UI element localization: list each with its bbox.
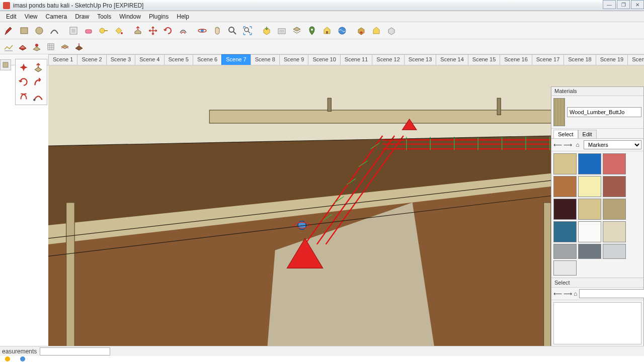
materials-tab-edit[interactable]: Edit bbox=[578, 130, 597, 138]
material-library-select[interactable]: Markers bbox=[584, 140, 641, 149]
plugin-rotate-icon[interactable] bbox=[17, 75, 31, 89]
warehouse-download-icon[interactable] bbox=[369, 24, 383, 38]
menu-edit[interactable]: Edit bbox=[2, 12, 21, 21]
layers-icon[interactable] bbox=[290, 24, 304, 38]
svg-rect-29 bbox=[209, 110, 585, 123]
paint-bucket-icon[interactable] bbox=[112, 24, 126, 38]
nav-home-icon[interactable]: ⌂ bbox=[574, 141, 582, 149]
material-swatch[interactable] bbox=[553, 260, 577, 276]
scene-tab[interactable]: Scene 6 bbox=[193, 54, 222, 65]
nav-back-icon[interactable]: ⟵ bbox=[553, 141, 561, 149]
warehouse-upload-icon[interactable] bbox=[354, 24, 368, 38]
zoom-tool-icon[interactable] bbox=[225, 24, 239, 38]
scene-tab[interactable]: Scene 14 bbox=[436, 54, 468, 65]
scene-tab[interactable]: Scene 15 bbox=[468, 54, 500, 65]
plugin-extrude-icon[interactable] bbox=[31, 60, 45, 74]
material-swatch[interactable] bbox=[553, 176, 577, 197]
scene-tab[interactable]: Scene 7 bbox=[221, 54, 251, 65]
menu-plugins[interactable]: Plugins bbox=[145, 12, 173, 21]
menu-tools[interactable]: Tools bbox=[93, 12, 115, 21]
nav-forward-icon-2[interactable]: ⟶ bbox=[564, 290, 572, 298]
material-swatch[interactable] bbox=[553, 199, 577, 220]
eraser-tool-icon[interactable] bbox=[82, 24, 96, 38]
measurements-input[interactable] bbox=[40, 347, 110, 355]
orbit-tool-icon[interactable] bbox=[195, 24, 209, 38]
make-component-icon[interactable] bbox=[66, 24, 80, 38]
sandbox-contours-icon[interactable] bbox=[2, 40, 15, 53]
scene-tab[interactable]: Scene 8 bbox=[251, 54, 280, 65]
plugin-twist-icon[interactable] bbox=[17, 89, 31, 104]
plugin-path-icon[interactable] bbox=[31, 89, 45, 104]
scene-tab[interactable]: Scene 1 bbox=[48, 54, 77, 65]
scene-tab[interactable]: Scene 11 bbox=[340, 54, 372, 65]
menu-camera[interactable]: Camera bbox=[41, 12, 71, 21]
geolocation-icon[interactable] bbox=[305, 24, 319, 38]
pencil-tool-icon[interactable] bbox=[2, 24, 16, 38]
offset-tool-icon[interactable] bbox=[176, 24, 190, 38]
material-swatch[interactable] bbox=[553, 153, 577, 174]
pan-tool-icon[interactable] bbox=[210, 24, 224, 38]
material-swatch[interactable] bbox=[578, 153, 601, 174]
arc-tool-icon[interactable] bbox=[47, 24, 61, 38]
material-swatch[interactable] bbox=[603, 199, 626, 220]
tape-measure-icon[interactable] bbox=[97, 24, 111, 38]
scene-tab[interactable]: Scene 10 bbox=[308, 54, 340, 65]
scene-tab[interactable]: Scene 4 bbox=[135, 54, 164, 65]
material-swatch[interactable] bbox=[578, 244, 601, 259]
zoom-extents-icon[interactable] bbox=[240, 24, 255, 38]
menu-help[interactable]: Help bbox=[173, 12, 193, 21]
scene-tab[interactable]: Scene 5 bbox=[164, 54, 193, 65]
share-model-icon[interactable] bbox=[275, 24, 289, 38]
material-swatch[interactable] bbox=[603, 153, 626, 174]
close-button[interactable]: ✕ bbox=[631, 0, 644, 9]
materials-inmodel-pane[interactable] bbox=[553, 302, 641, 344]
building-maker-icon[interactable] bbox=[320, 24, 334, 38]
sandbox-smoove-icon[interactable] bbox=[30, 40, 43, 53]
material-swatch[interactable] bbox=[578, 199, 601, 220]
export-icon[interactable] bbox=[384, 24, 398, 38]
circle-tool-icon[interactable] bbox=[32, 24, 46, 38]
minimize-button[interactable]: — bbox=[603, 0, 616, 9]
material-name-input[interactable] bbox=[567, 107, 641, 117]
maximize-button[interactable]: ❐ bbox=[617, 0, 630, 9]
rectangle-tool-icon[interactable] bbox=[17, 24, 31, 38]
material-secondary-input[interactable] bbox=[579, 289, 644, 298]
scene-tab[interactable]: Scene 16 bbox=[500, 54, 532, 65]
plugin-explode-icon[interactable] bbox=[17, 60, 31, 74]
material-swatch[interactable] bbox=[603, 221, 626, 242]
scene-tab[interactable]: Scene 9 bbox=[279, 54, 308, 65]
toolbar-grip-icon[interactable] bbox=[0, 59, 11, 70]
material-swatch[interactable] bbox=[603, 176, 626, 197]
google-earth-icon[interactable] bbox=[335, 24, 349, 38]
move-tool-icon[interactable] bbox=[146, 24, 160, 38]
rotate-tool-icon[interactable] bbox=[161, 24, 175, 38]
nav-back-icon-2[interactable]: ⟵ bbox=[553, 290, 561, 298]
scene-tab[interactable]: Scene 12 bbox=[372, 54, 404, 65]
material-preview[interactable] bbox=[553, 98, 565, 126]
scene-tab[interactable]: Scene 20 bbox=[627, 54, 644, 65]
material-swatch[interactable] bbox=[603, 244, 626, 259]
material-swatch[interactable] bbox=[578, 176, 601, 197]
material-swatch[interactable] bbox=[553, 221, 577, 242]
plugin-bend-icon[interactable] bbox=[31, 75, 45, 89]
menu-draw[interactable]: Draw bbox=[71, 12, 93, 21]
sandbox-drape-icon[interactable] bbox=[58, 40, 71, 53]
pushpull-tool-icon[interactable] bbox=[131, 24, 145, 38]
sandbox-flip-icon[interactable] bbox=[72, 40, 86, 53]
scene-tab[interactable]: Scene 17 bbox=[532, 54, 564, 65]
menu-window[interactable]: Window bbox=[115, 12, 145, 21]
scene-tab[interactable]: Scene 18 bbox=[564, 54, 596, 65]
scene-tab[interactable]: Scene 3 bbox=[106, 54, 135, 65]
sandbox-scratch-icon[interactable] bbox=[16, 40, 29, 53]
menu-view[interactable]: View bbox=[21, 12, 42, 21]
scene-tab[interactable]: Scene 2 bbox=[77, 54, 106, 65]
nav-home-icon-2[interactable]: ⌂ bbox=[574, 290, 577, 298]
nav-forward-icon[interactable]: ⟶ bbox=[564, 141, 572, 149]
scene-tab[interactable]: Scene 19 bbox=[596, 54, 628, 65]
scene-tab[interactable]: Scene 13 bbox=[404, 54, 436, 65]
get-models-icon[interactable] bbox=[260, 24, 274, 38]
material-swatch[interactable] bbox=[553, 244, 577, 259]
materials-tab-select[interactable]: Select bbox=[553, 130, 578, 138]
sandbox-stamp-icon[interactable] bbox=[44, 40, 57, 53]
material-swatch[interactable] bbox=[578, 221, 601, 242]
